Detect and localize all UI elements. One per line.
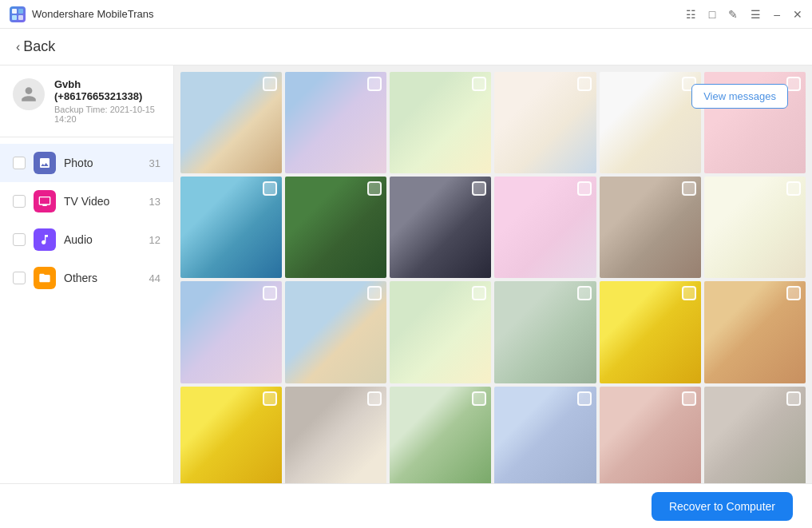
photo-item[interactable] xyxy=(390,281,491,383)
photo-select-checkbox[interactable] xyxy=(367,286,382,300)
photo-item[interactable] xyxy=(390,177,491,278)
photo-select-checkbox[interactable] xyxy=(682,181,696,196)
photo-item[interactable] xyxy=(600,72,701,173)
audio-nav-label: Audio xyxy=(64,233,141,246)
photo-select-checkbox[interactable] xyxy=(263,391,277,406)
sidebar: Gvbh (+8617665321338) Backup Time: 2021-… xyxy=(0,66,174,483)
photo-nav-count: 31 xyxy=(149,157,160,169)
photo-select-checkbox[interactable] xyxy=(263,77,277,91)
back-arrow-icon: ‹ xyxy=(16,40,20,54)
photo-area[interactable] xyxy=(174,66,812,483)
photo-select-checkbox[interactable] xyxy=(682,391,696,406)
photo-item[interactable] xyxy=(180,177,282,278)
header-bar: ‹ Back xyxy=(0,29,812,66)
tv-video-nav-label: TV Video xyxy=(64,195,141,208)
back-button[interactable]: ‹ Back xyxy=(16,38,796,55)
user-icon xyxy=(20,85,38,103)
tv-video-nav-count: 13 xyxy=(149,196,160,208)
photo-item[interactable] xyxy=(390,387,491,483)
minimize-icon[interactable]: – xyxy=(774,8,780,21)
sidebar-item-photo[interactable]: Photo 31 xyxy=(0,144,173,182)
contact-info: Gvbh (+8617665321338) Backup Time: 2021-… xyxy=(0,78,173,137)
photo-select-checkbox[interactable] xyxy=(472,391,486,406)
photo-select-checkbox[interactable] xyxy=(577,181,592,196)
contact-name: Gvbh (+8617665321338) xyxy=(54,78,160,102)
sidebar-item-tv-video[interactable]: TV Video 13 xyxy=(0,182,173,220)
others-checkbox[interactable] xyxy=(13,272,26,284)
photo-item[interactable] xyxy=(390,72,491,173)
photo-select-checkbox[interactable] xyxy=(577,77,592,91)
photo-item[interactable] xyxy=(180,387,282,483)
photo-item[interactable] xyxy=(180,281,282,383)
photo-item[interactable] xyxy=(494,281,596,383)
menu-icon[interactable]: ☰ xyxy=(751,8,761,21)
photo-select-checkbox[interactable] xyxy=(786,181,801,196)
photo-select-checkbox[interactable] xyxy=(367,181,382,196)
svg-rect-3 xyxy=(18,15,23,20)
photo-item[interactable] xyxy=(704,177,806,278)
photo-item[interactable] xyxy=(494,177,596,278)
title-bar: Wondershare MobileTrans ☷ □ ✎ ☰ – ✕ xyxy=(0,0,812,29)
main-content: ‹ Back Gvbh (+8617665321338) Backup Time… xyxy=(0,29,812,528)
photo-select-checkbox[interactable] xyxy=(786,286,801,300)
audio-nav-count: 12 xyxy=(149,234,160,246)
photo-item[interactable] xyxy=(600,177,701,278)
back-label: Back xyxy=(23,38,55,55)
tv-video-checkbox[interactable] xyxy=(13,195,26,208)
photo-select-checkbox[interactable] xyxy=(263,181,277,196)
close-icon[interactable]: ✕ xyxy=(793,8,802,21)
photo-item[interactable] xyxy=(285,281,386,383)
content-area: Gvbh (+8617665321338) Backup Time: 2021-… xyxy=(0,66,812,483)
others-nav-icon xyxy=(34,267,56,289)
photo-select-checkbox[interactable] xyxy=(786,77,801,91)
svg-rect-1 xyxy=(18,9,23,14)
photo-select-checkbox[interactable] xyxy=(367,391,382,406)
photo-item[interactable] xyxy=(704,281,806,383)
svg-rect-0 xyxy=(12,9,17,14)
contact-details: Gvbh (+8617665321338) Backup Time: 2021-… xyxy=(54,78,160,124)
photo-item[interactable] xyxy=(704,387,806,483)
photo-nav-icon xyxy=(34,152,56,174)
account-icon[interactable]: ☷ xyxy=(686,8,696,21)
audio-checkbox[interactable] xyxy=(13,233,26,246)
photo-nav-label: Photo xyxy=(64,157,141,169)
svg-rect-2 xyxy=(12,15,17,20)
bottom-bar: Recover to Computer xyxy=(0,483,812,528)
others-nav-label: Others xyxy=(64,272,141,284)
photo-select-checkbox[interactable] xyxy=(472,286,486,300)
photo-select-checkbox[interactable] xyxy=(682,286,696,300)
photo-item[interactable] xyxy=(600,281,701,383)
app-title: Wondershare MobileTrans xyxy=(32,8,153,20)
title-bar-controls[interactable]: ☷ □ ✎ ☰ – ✕ xyxy=(686,8,802,21)
view-messages-button[interactable]: View messages xyxy=(691,84,788,109)
contact-avatar xyxy=(13,78,45,110)
others-nav-count: 44 xyxy=(149,272,160,284)
sidebar-item-audio[interactable]: Audio 12 xyxy=(0,220,173,259)
photo-select-checkbox[interactable] xyxy=(367,77,382,91)
app-icon xyxy=(10,6,26,22)
photo-select-checkbox[interactable] xyxy=(577,286,592,300)
sidebar-item-others[interactable]: Others 44 xyxy=(0,259,173,297)
contact-backup-time: Backup Time: 2021-10-15 14:20 xyxy=(54,105,160,124)
photo-select-checkbox[interactable] xyxy=(263,286,277,300)
photo-select-checkbox[interactable] xyxy=(472,181,486,196)
photo-select-checkbox[interactable] xyxy=(472,77,486,91)
recover-to-computer-button[interactable]: Recover to Computer xyxy=(652,492,793,521)
photo-item[interactable] xyxy=(494,72,596,173)
photo-select-checkbox[interactable] xyxy=(577,391,592,406)
photo-grid xyxy=(180,72,806,483)
photo-item[interactable] xyxy=(494,387,596,483)
chat-icon[interactable]: □ xyxy=(709,8,715,21)
photo-item[interactable] xyxy=(285,387,386,483)
tv-video-nav-icon xyxy=(34,190,56,212)
photo-item[interactable] xyxy=(180,72,282,173)
photo-select-checkbox[interactable] xyxy=(786,391,801,406)
photo-item[interactable] xyxy=(285,72,386,173)
photo-item[interactable] xyxy=(600,387,701,483)
edit-icon[interactable]: ✎ xyxy=(728,8,738,21)
photo-checkbox[interactable] xyxy=(13,157,26,169)
title-bar-left: Wondershare MobileTrans xyxy=(10,6,153,22)
photo-item[interactable] xyxy=(285,177,386,278)
audio-nav-icon xyxy=(34,228,56,251)
